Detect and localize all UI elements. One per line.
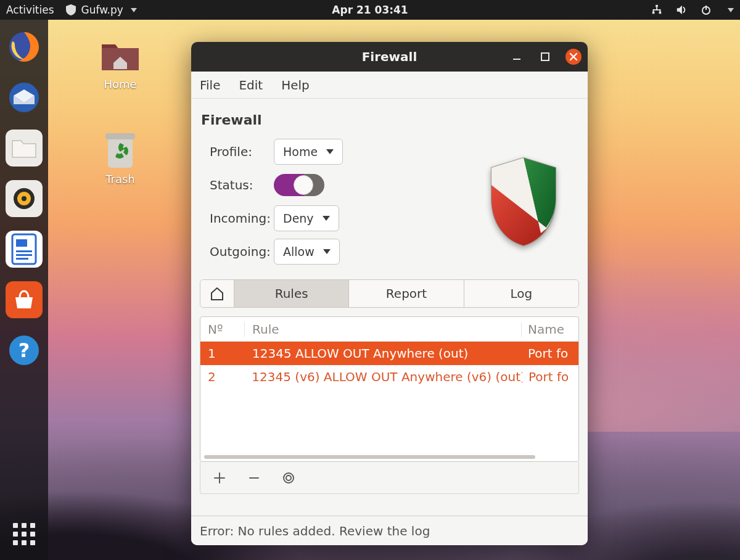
chevron-down-icon	[323, 249, 331, 254]
menu-edit[interactable]: Edit	[239, 78, 263, 93]
menubar: File Edit Help	[191, 72, 588, 99]
dock-help[interactable]: ?	[6, 332, 43, 369]
dock-libreoffice-writer[interactable]	[6, 231, 43, 268]
appmenu-label: Gufw.py	[81, 4, 123, 16]
svg-point-25	[284, 473, 294, 483]
incoming-select[interactable]: Deny	[274, 205, 339, 231]
tab-report[interactable]: Report	[348, 280, 463, 307]
svg-rect-22	[105, 133, 135, 139]
horizontal-scrollbar[interactable]	[204, 455, 535, 459]
cell-n: 1	[200, 346, 245, 361]
outgoing-label: Outgoing:	[200, 244, 274, 259]
svg-rect-15	[16, 239, 27, 247]
section-firewall-title: Firewall	[201, 112, 579, 128]
dock-rhythmbox[interactable]	[6, 180, 43, 217]
chevron-down-icon	[326, 149, 334, 154]
network-icon[interactable]	[651, 4, 662, 15]
titlebar[interactable]: Firewall	[191, 42, 588, 72]
rules-table: Nº Rule Name 112345 ALLOW OUT Anywhere (…	[200, 316, 579, 462]
cell-rule: 12345 ALLOW OUT Anywhere (out)	[245, 346, 522, 361]
incoming-label: Incoming:	[200, 211, 274, 226]
minimize-button[interactable]	[509, 49, 525, 65]
remove-rule-button[interactable]	[246, 470, 262, 486]
dock-files[interactable]	[6, 130, 43, 167]
svg-text:?: ?	[18, 339, 30, 362]
desktop-home-label: Home	[92, 78, 148, 91]
tab-log[interactable]: Log	[464, 280, 578, 307]
window-title: Firewall	[362, 49, 417, 64]
volume-icon[interactable]	[676, 4, 687, 15]
dock-thunderbird[interactable]	[6, 79, 43, 116]
desktop-trash-label: Trash	[92, 173, 148, 186]
chevron-down-icon	[131, 8, 137, 12]
add-rule-button[interactable]	[212, 470, 228, 486]
power-icon[interactable]	[701, 4, 712, 15]
edit-rule-button[interactable]	[281, 470, 297, 486]
tab-home[interactable]	[200, 280, 234, 307]
rules-toolbar	[200, 462, 579, 494]
maximize-button[interactable]	[537, 49, 553, 65]
chevron-down-icon[interactable]	[728, 8, 734, 12]
svg-rect-18	[16, 258, 28, 260]
incoming-value: Deny	[283, 212, 314, 225]
svg-rect-17	[16, 254, 32, 256]
shield-small-icon	[65, 4, 76, 15]
table-row[interactable]: 212345 (v6) ALLOW OUT Anywhere (v6) (out…	[200, 365, 578, 389]
cell-n: 2	[200, 369, 244, 384]
outgoing-value: Allow	[283, 245, 314, 258]
dock-ubuntu-software[interactable]	[6, 281, 43, 318]
svg-rect-23	[513, 59, 520, 60]
toggle-knob	[294, 175, 313, 195]
status-label: Status:	[200, 178, 274, 192]
cell-name: Port fo	[522, 346, 578, 361]
activities-button[interactable]: Activities	[6, 4, 54, 16]
gnome-topbar: Activities Gufw.py Apr 21 03:41	[0, 0, 740, 20]
shield-icon	[468, 135, 579, 268]
col-n-header[interactable]: Nº	[200, 322, 245, 337]
clock-label[interactable]: Apr 21 03:41	[332, 4, 408, 16]
svg-rect-5	[653, 9, 654, 12]
svg-rect-0	[656, 5, 658, 7]
statusbar: Error: No rules added. Review the log	[191, 516, 588, 545]
trash-icon	[99, 131, 142, 169]
chevron-down-icon	[323, 216, 330, 221]
svg-rect-16	[16, 250, 32, 252]
outgoing-select[interactable]: Allow	[274, 239, 340, 265]
show-applications-button[interactable]	[10, 521, 38, 548]
profile-select[interactable]: Home	[274, 139, 343, 165]
col-rule-header[interactable]: Rule	[245, 322, 522, 337]
table-row[interactable]: 112345 ALLOW OUT Anywhere (out)Port fo	[200, 342, 578, 365]
folder-home-icon	[99, 36, 142, 74]
dock-firefox[interactable]	[6, 28, 43, 65]
status-text: Error: No rules added. Review the log	[200, 524, 430, 538]
status-toggle[interactable]	[274, 174, 324, 196]
col-name-header[interactable]: Name	[522, 322, 578, 337]
svg-rect-24	[541, 53, 549, 60]
desktop-trash-icon[interactable]: Trash	[92, 131, 148, 186]
menu-help[interactable]: Help	[281, 78, 310, 93]
appmenu-button[interactable]: Gufw.py	[65, 4, 137, 16]
dock: ?	[0, 20, 48, 560]
firewall-window: Firewall File Edit Help Firewall Profile…	[191, 42, 588, 545]
cell-rule: 12345 (v6) ALLOW OUT Anywhere (v6) (out)	[244, 369, 522, 384]
close-button[interactable]	[565, 49, 582, 65]
svg-rect-4	[653, 9, 661, 10]
profile-value: Home	[283, 145, 318, 159]
svg-point-26	[286, 476, 291, 480]
tab-rules[interactable]: Rules	[234, 280, 348, 307]
svg-rect-21	[108, 138, 133, 168]
menu-file[interactable]: File	[200, 78, 220, 93]
cell-name: Port fo	[522, 369, 578, 384]
svg-point-13	[22, 196, 27, 201]
desktop-home-icon[interactable]: Home	[92, 36, 148, 91]
table-header: Nº Rule Name	[200, 317, 578, 342]
svg-rect-6	[660, 9, 661, 12]
tabs: Rules Report Log	[200, 279, 579, 308]
profile-label: Profile:	[200, 144, 274, 159]
home-icon	[210, 287, 224, 300]
